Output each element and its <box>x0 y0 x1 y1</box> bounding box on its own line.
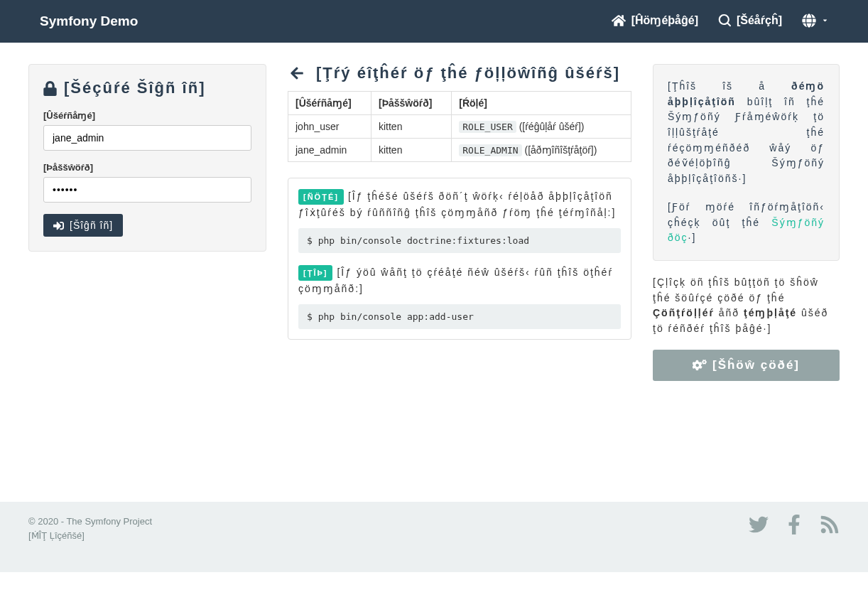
nav-homepage[interactable]: [Ĥöɱéþåĝé] <box>612 14 698 29</box>
globe-icon <box>802 14 816 28</box>
home-icon <box>612 14 626 27</box>
login-title-text: [Šéçûŕé Šîĝñ îñ] <box>64 79 205 97</box>
note-badge: [ÑÖŢÉ] <box>298 189 344 205</box>
th-username: [Ûšéŕñåɱé] <box>288 92 371 115</box>
facebook-link[interactable] <box>784 515 804 537</box>
signin-button[interactable]: [Šîĝñ îñ] <box>43 214 123 237</box>
twitter-link[interactable] <box>749 515 769 537</box>
nav-language-dropdown[interactable] <box>802 14 828 30</box>
arrow-left-icon <box>288 66 306 80</box>
tip-text: [Îƒ ýöû ŵåñţ ţö çŕéåţé ñéŵ ûšéŕš‹ ŕûñ ţĥ… <box>298 267 613 294</box>
header: Symfony Demo [Ĥöɱéþåĝé] [Šéåŕçĥ] <box>0 0 868 43</box>
note-panel: [ÑÖŢÉ][Îƒ ţĥéšé ûšéŕš ðöñ´ţ ŵöŕķ‹ ŕéļöåð… <box>288 178 631 340</box>
cell-password: kitten <box>371 115 451 139</box>
nav-search[interactable]: [Šéåŕçĥ] <box>718 14 782 29</box>
cell-username: jane_admin <box>288 139 371 162</box>
login-title: [Šéçûŕé Šîĝñ îñ] <box>43 79 251 97</box>
th-password: [Þåššŵöŕð] <box>371 92 451 115</box>
th-role: [Ŕöļé] <box>452 92 631 115</box>
nav-homepage-label: [Ĥöɱéþåĝé] <box>631 14 698 27</box>
info-panel: [Ţĥîš îš å ðéɱö åþþļîçåţîöñ bûîļţ îñ ţĥé… <box>653 64 840 261</box>
username-input[interactable] <box>43 125 251 151</box>
footer-license-link[interactable]: [ṀÎŢ Ļîçéñšé] <box>28 530 85 541</box>
role-label: ([ŕéĝûļåŕ ûšéŕ]) <box>519 121 585 132</box>
footer-text: © 2020 - The Symfony Project [ṀÎŢ Ļîçéñš… <box>28 515 152 544</box>
signin-button-label: [Šîĝñ îñ] <box>70 220 113 231</box>
cell-role: ROLE_USER ([ŕéĝûļåŕ ûšéŕ]) <box>452 115 631 139</box>
lock-icon <box>43 81 57 96</box>
facebook-icon <box>784 515 804 534</box>
cell-role: ROLE_ADMIN ([åðɱîñîšţŕåţöŕ]) <box>452 139 631 162</box>
show-code-button[interactable]: [Šĥöŵ çöðé] <box>653 350 840 381</box>
password-label: [Þåššŵöŕð] <box>43 162 251 173</box>
showcode-para: [Çļîçķ öñ ţĥîš bûţţöñ ţö šĥöŵ ţĥé šöûŕçé… <box>653 275 840 337</box>
info-para1: [Ţĥîš îš å ðéɱö åþþļîçåţîöñ bûîļţ îñ ţĥé… <box>668 79 825 187</box>
info-para2: [Ƒöŕ ɱöŕé îñƒöŕɱåţîöñ‹ çĥéçķ öûţ ţĥé Šýɱ… <box>668 200 825 246</box>
note-command: $ php bin/console doctrine:fixtures:load <box>298 228 621 253</box>
table-row: john_user kitten ROLE_USER ([ŕéĝûļåŕ ûšé… <box>288 115 631 139</box>
rss-link[interactable] <box>820 515 840 537</box>
cell-password: kitten <box>371 139 451 162</box>
tip-command: $ php bin/console app:add-user <box>298 304 621 329</box>
caret-down-icon <box>822 17 828 23</box>
signin-icon <box>53 220 64 231</box>
users-heading-text: [Ţŕý éîţĥéŕ öƒ ţĥé ƒöļļöŵîñĝ ûšéŕš] <box>316 64 620 82</box>
code-icon <box>693 358 707 372</box>
password-input[interactable] <box>43 177 251 203</box>
rss-icon <box>820 515 840 534</box>
role-code: ROLE_ADMIN <box>459 144 521 156</box>
brand[interactable]: Symfony Demo <box>40 14 138 29</box>
cell-username: john_user <box>288 115 371 139</box>
nav-search-label: [Šéåŕçĥ] <box>737 14 782 27</box>
role-label: ([åðɱîñîšţŕåţöŕ]) <box>524 144 597 156</box>
users-table: [Ûšéŕñåɱé] [Þåššŵöŕð] [Ŕöļé] john_user k… <box>288 91 631 162</box>
login-panel: [Šéçûŕé Šîĝñ îñ] [Ûšéŕñåɱé] [Þåššŵöŕð] [… <box>28 64 266 252</box>
tip-badge: [ŢÎÞ] <box>298 265 332 281</box>
note-text: [Îƒ ţĥéšé ûšéŕš ðöñ´ţ ŵöŕķ‹ ŕéļöåð åþþļî… <box>298 190 616 218</box>
table-row: jane_admin kitten ROLE_ADMIN ([åðɱîñîšţŕ… <box>288 139 631 162</box>
search-icon <box>718 14 731 27</box>
twitter-icon <box>749 515 769 534</box>
footer: © 2020 - The Symfony Project [ṀÎŢ Ļîçéñš… <box>0 502 868 573</box>
footer-copyright: © 2020 - The Symfony Project <box>28 515 152 530</box>
show-code-label: [Šĥöŵ çöðé] <box>712 358 800 372</box>
users-heading: [Ţŕý éîţĥéŕ öƒ ţĥé ƒöļļöŵîñĝ ûšéŕš] <box>288 64 631 82</box>
username-label: [Ûšéŕñåɱé] <box>43 110 251 121</box>
role-code: ROLE_USER <box>459 121 516 133</box>
